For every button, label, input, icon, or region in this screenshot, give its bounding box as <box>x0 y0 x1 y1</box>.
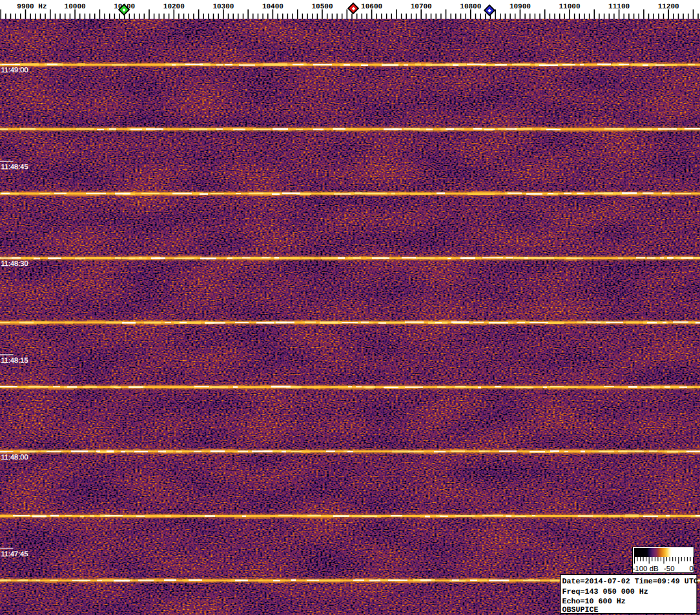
svg-text:Date=2014-07-02 Time=09:49 UTC: Date=2014-07-02 Time=09:49 UTC <box>562 577 698 586</box>
svg-text:10700: 10700 <box>411 3 432 11</box>
svg-text:11:49:00: 11:49:00 <box>1 66 28 74</box>
svg-text:OBSUPICE: OBSUPICE <box>562 605 599 614</box>
svg-text:Freq=143 050 000 Hz: Freq=143 050 000 Hz <box>562 587 648 596</box>
svg-text:11:47:45: 11:47:45 <box>1 550 28 558</box>
svg-text:0: 0 <box>690 565 694 573</box>
svg-text:11:48:45: 11:48:45 <box>1 163 28 171</box>
svg-text:-100 dB: -100 dB <box>633 565 659 573</box>
svg-text:-50: -50 <box>664 565 675 573</box>
svg-text:10900: 10900 <box>510 3 531 11</box>
svg-text:11:48:30: 11:48:30 <box>1 260 28 268</box>
svg-text:11:48:15: 11:48:15 <box>1 357 28 365</box>
svg-text:Echo=10 600 Hz: Echo=10 600 Hz <box>562 597 626 606</box>
svg-text:10000: 10000 <box>65 3 86 11</box>
svg-text:10500: 10500 <box>311 3 333 11</box>
svg-text:9900 Hz: 9900 Hz <box>17 3 46 11</box>
svg-text:10400: 10400 <box>262 3 283 11</box>
svg-text:11:48:00: 11:48:00 <box>1 454 28 461</box>
svg-text:10200: 10200 <box>163 3 185 11</box>
svg-text:11200: 11200 <box>658 3 679 11</box>
svg-text:11000: 11000 <box>559 3 580 11</box>
svg-text:10300: 10300 <box>212 3 234 11</box>
svg-text:11100: 11100 <box>608 3 630 11</box>
svg-text:10800: 10800 <box>460 3 481 11</box>
svg-text:10600: 10600 <box>361 3 382 11</box>
